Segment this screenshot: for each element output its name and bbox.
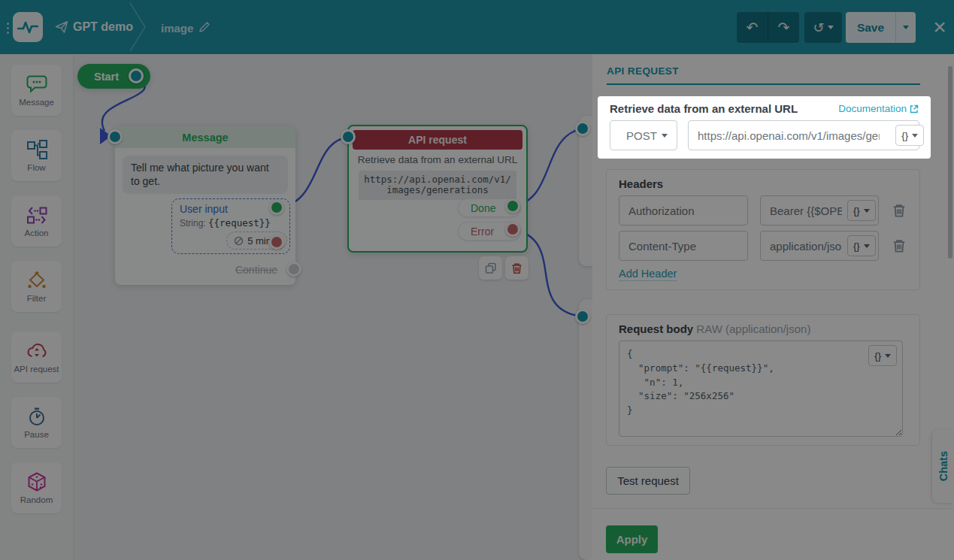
start-node-label: Start (94, 71, 119, 83)
filter-icon (26, 270, 48, 291)
app-logo[interactable] (13, 12, 43, 42)
continue-label: Continue (235, 264, 277, 276)
random-icon (26, 471, 48, 492)
done-output-port[interactable] (505, 198, 520, 213)
redo-icon: ↷ (778, 19, 790, 36)
delete-node-button[interactable] (505, 256, 528, 280)
no-entry-icon (234, 236, 244, 246)
message-node[interactable]: Message Tell me what picture you want to… (115, 126, 295, 285)
request-body-title: Request body RAW (application/json) (619, 322, 810, 335)
header-name-input[interactable] (619, 195, 748, 226)
api-node-subtitle: Retrieve data from an external URL (349, 154, 526, 165)
palette-item-api-request[interactable]: API request (11, 331, 62, 383)
close-editor-button[interactable]: × (929, 15, 950, 39)
documentation-link[interactable]: Documentation (838, 103, 919, 114)
insert-variable-button[interactable]: {} (868, 345, 897, 366)
copy-icon (485, 262, 497, 274)
save-button[interactable]: Save (846, 12, 895, 43)
request-url-section: Retrieve data from an external URL Docum… (598, 96, 931, 159)
panel-title: API REQUEST (607, 65, 679, 77)
chevron-down-icon (864, 244, 870, 248)
request-section-label: Retrieve data from an external URL (610, 102, 798, 115)
panel-title-underline (607, 83, 920, 85)
insert-variable-button[interactable]: {} (895, 125, 924, 146)
api-node-url: https://api.openai.com/v1/images/generat… (359, 171, 516, 200)
test-request-button[interactable]: Test request (606, 467, 690, 495)
message-input-port[interactable] (108, 129, 123, 144)
chevron-down-icon (828, 26, 834, 29)
message-node-text: Tell me what picture you want to get. (123, 156, 288, 194)
delete-header-button[interactable] (892, 238, 906, 253)
api-node-title: API request (353, 130, 522, 150)
api-input-port[interactable] (341, 129, 356, 144)
offscreen-node-input-port[interactable] (575, 309, 590, 324)
menu-dots-icon[interactable] (7, 20, 10, 36)
palette-item-action[interactable]: Action (11, 195, 62, 247)
palette-item-pause[interactable]: Pause (11, 397, 62, 448)
duplicate-node-button[interactable] (479, 256, 502, 280)
delete-header-button[interactable] (892, 203, 906, 218)
flow-tab-name[interactable]: image (161, 22, 193, 35)
redo-button[interactable]: ↷ (768, 12, 799, 43)
chevron-down-icon (903, 26, 909, 29)
headers-section: Headers {} {} Add Header (606, 169, 920, 290)
timeout-label: 5 min (247, 235, 271, 247)
undo-icon: ↶ (747, 19, 759, 36)
insert-variable-button[interactable]: {} (847, 200, 876, 221)
save-dropdown-button[interactable] (896, 12, 916, 43)
pulse-logo-icon (17, 20, 38, 35)
external-link-icon (910, 104, 919, 114)
node-settings-panel: API REQUEST Retrieve data from an extern… (592, 54, 954, 560)
topbar: GPT demo image ↶ ↷ ↺ Save × (0, 0, 954, 54)
history-button[interactable]: ↺ (804, 12, 842, 43)
chevron-down-icon (662, 134, 668, 138)
user-input-label: User input (180, 203, 282, 215)
chevron-down-icon (912, 134, 918, 138)
user-input-variable: {{request}} (208, 217, 271, 229)
url-input[interactable] (688, 120, 919, 150)
palette-item-message[interactable]: Message (11, 65, 62, 116)
request-body-textarea[interactable]: { "prompt": "{{request}}", "n": 1, "size… (619, 341, 903, 437)
offscreen-node-input-port[interactable] (575, 121, 590, 136)
error-output-port[interactable] (505, 222, 520, 237)
telegram-plane-icon (55, 20, 68, 34)
history-icon: ↺ (813, 20, 824, 36)
palette-item-flow[interactable]: Flow (11, 130, 62, 181)
pause-icon (26, 406, 48, 427)
chevron-down-icon (864, 209, 870, 213)
user-input-type: String: {{request}} (180, 217, 282, 229)
method-select[interactable]: POST (610, 120, 677, 150)
headers-title: Headers (619, 177, 663, 190)
trash-icon (511, 262, 522, 274)
apply-button[interactable]: Apply (606, 525, 658, 553)
api-request-icon (26, 341, 48, 362)
breadcrumb-chevron (124, 0, 154, 54)
timeout-output-port[interactable] (269, 235, 284, 250)
edit-pencil-icon[interactable] (198, 21, 210, 33)
insert-variable-button[interactable]: {} (847, 235, 876, 256)
palette-item-random[interactable]: Random (11, 462, 62, 513)
chevron-down-icon (885, 354, 891, 358)
request-body-section: Request body RAW (application/json) { "p… (606, 314, 920, 446)
flow-icon (26, 139, 48, 160)
continue-output-port[interactable] (286, 262, 301, 277)
action-icon (26, 204, 48, 226)
header-name-input[interactable] (619, 231, 748, 261)
chats-tab[interactable]: Chats (932, 429, 954, 503)
user-input-output-port[interactable] (269, 200, 284, 215)
add-header-link[interactable]: Add Header (619, 268, 677, 281)
message-icon (26, 74, 48, 95)
node-palette-sidebar: Message Flow Action (0, 54, 73, 560)
flow-builder-app: Start Message Tell me what picture you w… (0, 0, 954, 560)
api-request-node[interactable]: API request Retrieve data from an extern… (347, 125, 528, 253)
message-node-title: Message (115, 126, 295, 148)
panel-footer-divider (592, 508, 954, 509)
palette-item-filter[interactable]: Filter (11, 261, 62, 312)
start-output-port[interactable] (129, 68, 144, 83)
panel-scrollbar[interactable] (948, 66, 952, 259)
undo-button[interactable]: ↶ (737, 12, 768, 43)
close-icon: × (933, 14, 946, 39)
